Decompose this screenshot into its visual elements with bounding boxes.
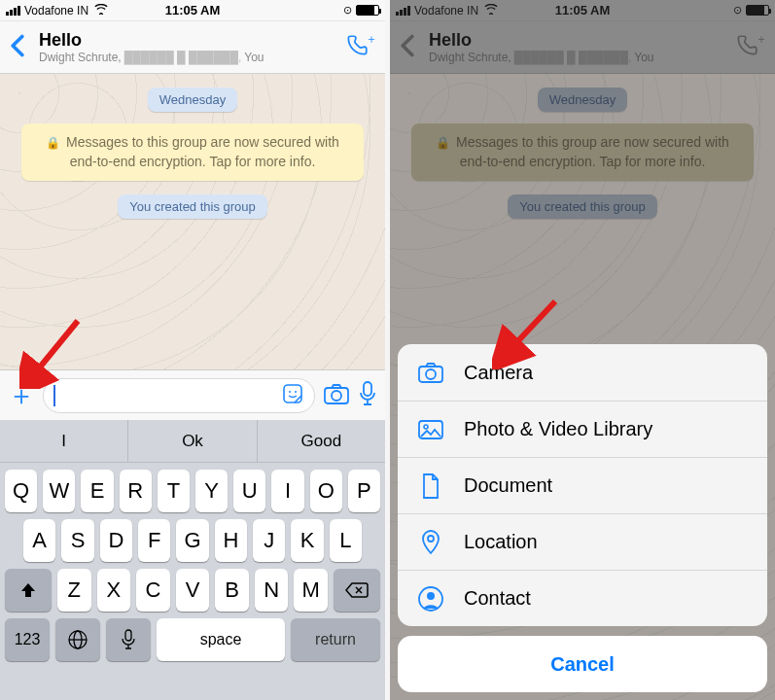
- sheet-item-label: Photo & Video Library: [464, 418, 652, 440]
- key-o[interactable]: O: [310, 470, 342, 512]
- svg-point-1: [289, 391, 291, 393]
- keyboard-row-1: QWERTYUIOP: [0, 463, 385, 512]
- key-x[interactable]: X: [97, 569, 131, 612]
- key-b[interactable]: B: [215, 569, 249, 612]
- key-l[interactable]: L: [330, 519, 362, 562]
- numeric-key[interactable]: 123: [5, 618, 50, 661]
- return-key[interactable]: return: [291, 618, 380, 661]
- chat-area[interactable]: Wednesday 🔒 Messages to this group are n…: [0, 74, 385, 700]
- call-button[interactable]: ＋: [344, 33, 375, 62]
- date-pill: Wednesday: [148, 88, 237, 112]
- attach-button[interactable]: ＋: [8, 377, 35, 414]
- space-key[interactable]: space: [157, 618, 285, 661]
- svg-rect-0: [284, 385, 301, 402]
- svg-point-2: [295, 391, 297, 393]
- svg-point-13: [426, 369, 436, 379]
- key-p[interactable]: P: [348, 470, 380, 512]
- cancel-button[interactable]: Cancel: [398, 636, 767, 692]
- key-m[interactable]: M: [294, 569, 328, 612]
- backspace-key[interactable]: [334, 569, 380, 612]
- keyboard-row-2: ASDFGHJKL: [0, 512, 385, 562]
- key-j[interactable]: J: [253, 519, 285, 562]
- back-button[interactable]: [10, 34, 31, 61]
- key-r[interactable]: R: [120, 470, 152, 512]
- key-n[interactable]: N: [255, 569, 289, 612]
- svg-point-15: [424, 425, 428, 429]
- system-message: You created this group: [118, 194, 267, 219]
- clock-label: 11:05 AM: [0, 3, 385, 18]
- chat-header: Hello Dwight Schrute, ██████ █ ██████, Y…: [0, 21, 385, 74]
- sheet-item-label: Camera: [464, 362, 533, 384]
- key-e[interactable]: E: [81, 470, 113, 512]
- encryption-notice[interactable]: 🔒 Messages to this group are now secured…: [21, 123, 364, 181]
- svg-rect-5: [364, 382, 371, 396]
- contact-icon: [417, 586, 444, 612]
- sheet-item-document[interactable]: Document: [398, 457, 767, 513]
- key-t[interactable]: T: [158, 470, 190, 512]
- sheet-item-location[interactable]: Location: [398, 513, 767, 570]
- lock-icon: 🔒: [46, 136, 60, 150]
- globe-key[interactable]: [55, 618, 100, 661]
- key-f[interactable]: F: [138, 519, 170, 562]
- sheet-item-gallery[interactable]: Photo & Video Library: [398, 401, 767, 457]
- keyboard-suggestions: I Ok Good: [0, 420, 385, 463]
- keyboard-row-3: ZXCVBNM: [0, 562, 385, 612]
- svg-rect-9: [125, 630, 131, 641]
- key-s[interactable]: S: [61, 519, 93, 562]
- sheet-item-contact[interactable]: Contact: [398, 570, 767, 626]
- key-q[interactable]: Q: [5, 470, 37, 512]
- suggestion-3[interactable]: Good: [257, 420, 385, 462]
- key-d[interactable]: D: [100, 519, 132, 562]
- key-i[interactable]: I: [271, 470, 303, 512]
- key-y[interactable]: Y: [195, 470, 228, 512]
- battery-icon: [356, 5, 379, 16]
- attachment-action-sheet: CameraPhoto & Video LibraryDocumentLocat…: [398, 344, 767, 692]
- key-a[interactable]: A: [23, 519, 55, 562]
- key-c[interactable]: C: [136, 569, 170, 612]
- message-input-bar: ＋: [0, 369, 385, 420]
- shift-key[interactable]: [5, 569, 52, 612]
- sheet-item-camera[interactable]: Camera: [398, 344, 767, 401]
- chat-subtitle: Dwight Schrute, ██████ █ ██████, You: [39, 51, 344, 64]
- microphone-icon[interactable]: [358, 380, 377, 411]
- svg-point-18: [427, 592, 435, 600]
- sticker-icon[interactable]: [281, 382, 304, 409]
- suggestion-2[interactable]: Ok: [127, 420, 256, 462]
- key-k[interactable]: K: [291, 519, 323, 562]
- camera-icon[interactable]: [323, 382, 350, 409]
- key-u[interactable]: U: [233, 470, 265, 512]
- key-g[interactable]: G: [176, 519, 208, 562]
- key-v[interactable]: V: [176, 569, 210, 612]
- key-w[interactable]: W: [43, 470, 75, 512]
- document-icon: [417, 472, 444, 500]
- key-h[interactable]: H: [215, 519, 247, 562]
- dictation-key[interactable]: [106, 618, 151, 661]
- svg-point-16: [428, 536, 434, 542]
- chat-title: Hello: [39, 30, 344, 51]
- chat-title-block[interactable]: Hello Dwight Schrute, ██████ █ ██████, Y…: [39, 30, 344, 64]
- keyboard-row-4: 123 space return: [0, 612, 385, 668]
- location-icon: [417, 529, 444, 556]
- suggestion-1[interactable]: I: [0, 420, 127, 462]
- sheet-item-label: Location: [464, 531, 538, 553]
- sheet-item-label: Document: [464, 474, 552, 497]
- key-z[interactable]: Z: [57, 569, 91, 612]
- ios-keyboard: I Ok Good QWERTYUIOP ASDFGHJKL ZXCVBNM 1…: [0, 420, 385, 700]
- svg-point-4: [332, 391, 341, 401]
- sheet-item-label: Contact: [464, 587, 531, 610]
- message-input[interactable]: [43, 378, 315, 413]
- camera-icon: [417, 361, 444, 384]
- status-bar: Vodafone IN 11:05 AM ⊙: [0, 0, 385, 21]
- gallery-icon: [417, 418, 444, 441]
